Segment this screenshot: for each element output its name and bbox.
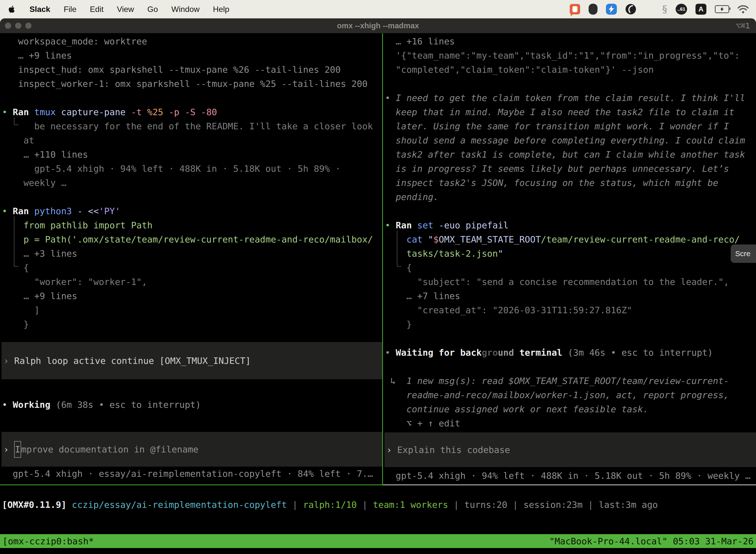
text-segment: capture-pane — [61, 107, 131, 117]
gap — [0, 379, 382, 398]
terminal-line: [OMX#0.11.9] cczip/essay/ai-reimplementa… — [0, 498, 756, 512]
grid-icon[interactable] — [645, 5, 654, 14]
menu-bar: Slack File Edit View Go Window Help § ..… — [0, 0, 756, 18]
text-segment: | — [448, 500, 464, 510]
output-connector — [14, 117, 18, 125]
text-segment: | — [583, 500, 599, 510]
text-segment: } — [385, 319, 412, 329]
battery-icon[interactable] — [715, 5, 729, 13]
browser-icon[interactable] — [625, 4, 636, 15]
gap — [383, 430, 756, 432]
terminal-line: • Waiting for background terminal (3m 46… — [383, 345, 756, 359]
text-segment: "created_at": "2026-03-31T11:59:27.816Z" — [385, 305, 632, 315]
text-segment: should send a message before completing … — [385, 135, 745, 146]
terminal-line: … +110 lines — [0, 148, 382, 162]
text-segment: -t — [131, 107, 147, 117]
apple-icon — [8, 5, 15, 13]
text-segment: • — [2, 400, 13, 410]
text-segment: 'PY' — [99, 206, 120, 216]
shield-icon[interactable] — [588, 4, 597, 15]
text-segment: I — [14, 441, 21, 458]
terminal-line: inspect task2's JSON, focusing on the st… — [383, 176, 756, 190]
squiggle-icon[interactable]: § — [662, 3, 667, 15]
menu-item-help[interactable]: Help — [206, 5, 236, 14]
chat-icon[interactable] — [570, 4, 580, 14]
text-segment: | — [287, 500, 303, 510]
pane-bottom-border-left — [0, 485, 383, 485]
prompt-input[interactable]: › Ralph loop active continue [OMX_TMUX_I… — [1, 342, 382, 379]
text-segment: readme-and-reco/mailbox/worker-1.json, a… — [385, 390, 729, 400]
terminal-line: inspect_hud: omx sparkshell --tmux-pane … — [0, 63, 382, 77]
text-segment: p = Path('.omx/state/team/review-current… — [2, 234, 373, 244]
terminal-line: } — [0, 317, 382, 331]
text-segment: /team/review-current-readme-and-reco/ — [541, 234, 740, 244]
gap — [0, 331, 382, 342]
terminal-line: workspace_mode: worktree — [0, 34, 382, 48]
text-segment: inspect task2's JSON, focusing on the st… — [385, 178, 718, 188]
terminal-line: continue assigned work or next feasible … — [383, 402, 756, 416]
text-segment: gro — [482, 347, 498, 358]
terminal-line: • Ran tmux capture-pane -t %25 -p -S -80 — [0, 105, 382, 119]
text-segment: inspect_worker-1: omx sparkshell --tmux-… — [2, 79, 368, 89]
left-pane[interactable]: workspace_mode: worktree … +9 lines insp… — [0, 33, 382, 485]
window-titlebar[interactable]: omx --xhigh --madmax ⌥⌘1 — [0, 18, 756, 33]
terminal-block: workspace_mode: worktree … +9 lines insp… — [0, 34, 382, 91]
menu-item-file[interactable]: File — [57, 5, 83, 14]
text-segment: pending. — [385, 192, 439, 202]
terminal-line: pending. — [383, 190, 756, 204]
menu-item-window[interactable]: Window — [165, 5, 206, 14]
text-segment: Ran — [13, 206, 34, 216]
text-segment: Ran — [396, 220, 417, 230]
gap — [383, 331, 756, 345]
terminal-line: { — [0, 261, 382, 275]
tmux-status-bar: [omx-cczip0:bash* "MacBook-Pro-44.local"… — [0, 534, 756, 548]
terminal-line: ↳ 1 new msg(s): read $OMX_TEAM_STATE_ROO… — [383, 374, 756, 388]
text-segment: • — [2, 206, 13, 216]
text-segment: -p — [169, 107, 185, 117]
terminal-line: gpt-5.4 xhigh · 94% left · 488K in · 5.1… — [383, 468, 756, 483]
text-segment: %25 — [147, 107, 169, 117]
terminal-line: p = Path('.omx/state/team/review-current… — [0, 232, 382, 246]
tmux-session-label[interactable]: [omx-cczip0:bash* — [2, 536, 94, 546]
screen: Slack File Edit View Go Window Help § ..… — [0, 0, 756, 554]
text-segment: '{"team_name":"my-team","task_id":"1","f… — [385, 50, 740, 61]
wifi-icon[interactable] — [738, 5, 749, 13]
right-pane[interactable]: … +16 lines '{"team_name":"my-team","tas… — [383, 33, 756, 485]
terminal-line: … +16 lines — [383, 34, 756, 48]
text-segment: set — [417, 220, 439, 230]
terminal-line: '{"team_name":"my-team","task_id":"1","f… — [383, 48, 756, 63]
text-segment: • — [2, 107, 13, 117]
text-segment: mprove documentation in @filename — [21, 442, 198, 456]
terminal-line: gpt-5.4 xhigh · essay/ai-reimplementatio… — [0, 466, 382, 481]
terminal-block: • Ran set -euo pipefail cat "$OMX_TEAM_S… — [383, 218, 756, 331]
prompt-input[interactable]: › Explain this codebase — [384, 432, 756, 467]
terminal-area: workspace_mode: worktree … +9 lines insp… — [0, 33, 756, 485]
chat-bubble — [572, 6, 577, 12]
text-segment: task2 after task1 is complete, but can I… — [385, 150, 745, 160]
text-segment: is in progress? It seems likely but perh… — [385, 164, 729, 174]
terminal-block: … +16 lines '{"team_name":"my-team","tas… — [383, 34, 756, 77]
terminal-line: readme-and-reco/mailbox/worker-1.json, a… — [383, 388, 756, 402]
terminal-line: ] — [0, 303, 382, 317]
pane-bottom-border — [0, 485, 756, 485]
text-segment: " — [428, 234, 433, 244]
text-segment: ralph:1/10 — [303, 500, 357, 510]
omx-status-line: [OMX#0.11.9] cczip/essay/ai-reimplementa… — [0, 485, 756, 534]
input-source-icon[interactable]: A — [695, 4, 706, 15]
terminal-block: • I need to get the claim token from the… — [383, 91, 756, 204]
apple-menu[interactable] — [7, 4, 16, 14]
terminal-line: is in progress? It seems likely but perh… — [383, 162, 756, 176]
window-shortcut-hint: ⌥⌘1 — [736, 21, 750, 31]
terminal-line: "worker": "worker-1", — [0, 275, 382, 289]
menu-item-go[interactable]: Go — [141, 5, 165, 14]
menu-app-name[interactable]: Slack — [23, 5, 57, 14]
menu-item-view[interactable]: View — [110, 5, 141, 14]
text-segment: … +9 lines — [2, 291, 77, 301]
badge-61-icon[interactable]: ..61 — [676, 4, 687, 15]
screenshot-tooltip: Scre — [731, 244, 756, 263]
text-segment: › — [3, 442, 14, 456]
spark-icon[interactable] — [606, 4, 617, 15]
menu-item-edit[interactable]: Edit — [83, 5, 110, 14]
gap — [0, 190, 382, 204]
prompt-input[interactable]: › Improve documentation in @filename — [1, 432, 382, 466]
